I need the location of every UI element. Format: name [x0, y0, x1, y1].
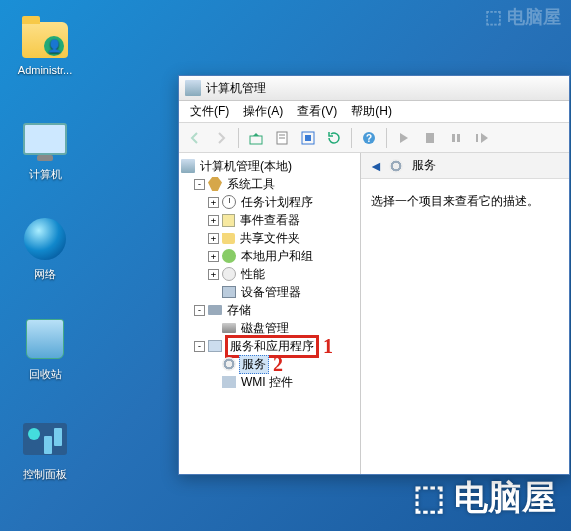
- folder-share-icon: [222, 233, 235, 244]
- menu-file[interactable]: 文件(F): [183, 101, 236, 122]
- svg-rect-8: [426, 133, 434, 143]
- collapse-icon[interactable]: -: [194, 341, 205, 352]
- content-area: 计算机管理(本地) -系统工具 +任务计划程序 +事件查看器 +共享文件夹 +本…: [179, 153, 569, 474]
- computer-management-window: 计算机管理 文件(F) 操作(A) 查看(V) 帮助(H) ? 计算机管理(本地…: [178, 75, 570, 475]
- storage-icon: [208, 305, 222, 315]
- forward-button: [209, 126, 233, 150]
- tree-event[interactable]: +事件查看器: [181, 211, 358, 229]
- app-icon: [185, 80, 201, 96]
- tree-systools[interactable]: -系统工具: [181, 175, 358, 193]
- desktop-icon-computer[interactable]: 计算机: [10, 115, 80, 182]
- tree-panel: 计算机管理(本地) -系统工具 +任务计划程序 +事件查看器 +共享文件夹 +本…: [179, 153, 361, 474]
- tree-wmi[interactable]: WMI 控件: [181, 373, 358, 391]
- menubar: 文件(F) 操作(A) 查看(V) 帮助(H): [179, 101, 569, 123]
- annotation-1: 1: [323, 335, 333, 358]
- pane-back-icon[interactable]: ◄: [369, 158, 383, 174]
- computer-icon: [21, 115, 69, 163]
- recycle-bin-icon: [21, 315, 69, 363]
- tree-apps[interactable]: -服务和应用程序1: [181, 337, 358, 355]
- desktop-icon-label: Administr...: [10, 64, 80, 76]
- tree-share[interactable]: +共享文件夹: [181, 229, 358, 247]
- wmi-icon: [222, 376, 236, 388]
- tree-root[interactable]: 计算机管理(本地): [181, 157, 358, 175]
- tree-users[interactable]: +本地用户和组: [181, 247, 358, 265]
- desktop-icon-label: 计算机: [10, 167, 80, 182]
- svg-rect-9: [452, 134, 455, 142]
- expand-icon[interactable]: +: [208, 269, 219, 280]
- pane-body: 选择一个项目来查看它的描述。: [361, 179, 569, 224]
- mgmt-icon: [181, 159, 195, 173]
- pause-button: [418, 126, 442, 150]
- desktop-icon-controlpanel[interactable]: 控制面板: [10, 415, 80, 482]
- watermark-bottom: ⬚ 电脑屋: [413, 475, 556, 521]
- pane-title: 服务: [412, 157, 436, 174]
- apps-icon: [208, 340, 222, 352]
- tree-task[interactable]: +任务计划程序: [181, 193, 358, 211]
- svg-rect-0: [250, 136, 262, 144]
- users-icon: [222, 249, 236, 263]
- svg-rect-10: [457, 134, 460, 142]
- menu-help[interactable]: 帮助(H): [344, 101, 399, 122]
- play-button: [392, 126, 416, 150]
- performance-icon: [222, 267, 236, 281]
- expand-icon[interactable]: +: [208, 251, 219, 262]
- back-button: [183, 126, 207, 150]
- svg-rect-11: [476, 134, 478, 142]
- collapse-icon[interactable]: -: [194, 179, 205, 190]
- separator: [238, 128, 239, 148]
- pane-header: ◄ 服务: [361, 153, 569, 179]
- desktop-icon-label: 回收站: [10, 367, 80, 382]
- toolbar: ?: [179, 123, 569, 153]
- detail-pane: ◄ 服务 选择一个项目来查看它的描述。: [361, 153, 569, 474]
- gear-icon: [222, 357, 236, 371]
- expand-icon[interactable]: +: [208, 233, 219, 244]
- titlebar[interactable]: 计算机管理: [179, 76, 569, 101]
- desktop-icon-administrator[interactable]: 👤 Administr...: [10, 12, 80, 76]
- tree-services[interactable]: 服务2: [181, 355, 358, 373]
- up-button[interactable]: [244, 126, 268, 150]
- tree-storage[interactable]: -存储: [181, 301, 358, 319]
- control-panel-icon: [21, 415, 69, 463]
- desktop-icon-recycle[interactable]: 回收站: [10, 315, 80, 382]
- svg-rect-5: [305, 135, 311, 141]
- restart-button: [470, 126, 494, 150]
- tree-perf[interactable]: +性能: [181, 265, 358, 283]
- tools-icon: [208, 177, 222, 191]
- tree-dev[interactable]: 设备管理器: [181, 283, 358, 301]
- expand-icon[interactable]: +: [208, 215, 219, 226]
- stop-button: [444, 126, 468, 150]
- separator: [386, 128, 387, 148]
- help-button[interactable]: ?: [357, 126, 381, 150]
- network-icon: [21, 215, 69, 263]
- gear-icon: [389, 159, 403, 173]
- desktop-icon-label: 控制面板: [10, 467, 80, 482]
- desktop-icon-network[interactable]: 网络: [10, 215, 80, 282]
- watermark-top: ⬚ 电脑屋: [485, 5, 561, 29]
- svg-text:?: ?: [366, 133, 372, 144]
- disk-icon: [222, 323, 236, 333]
- folder-user-icon: 👤: [21, 12, 69, 60]
- collapse-icon[interactable]: -: [194, 305, 205, 316]
- properties-button[interactable]: [270, 126, 294, 150]
- export-button[interactable]: [322, 126, 346, 150]
- desktop-icon-label: 网络: [10, 267, 80, 282]
- clock-icon: [222, 195, 236, 209]
- event-icon: [222, 214, 235, 227]
- menu-action[interactable]: 操作(A): [236, 101, 290, 122]
- menu-view[interactable]: 查看(V): [290, 101, 344, 122]
- device-icon: [222, 286, 236, 298]
- refresh-button[interactable]: [296, 126, 320, 150]
- annotation-2: 2: [273, 353, 283, 376]
- separator: [351, 128, 352, 148]
- expand-icon[interactable]: +: [208, 197, 219, 208]
- window-title: 计算机管理: [206, 80, 266, 97]
